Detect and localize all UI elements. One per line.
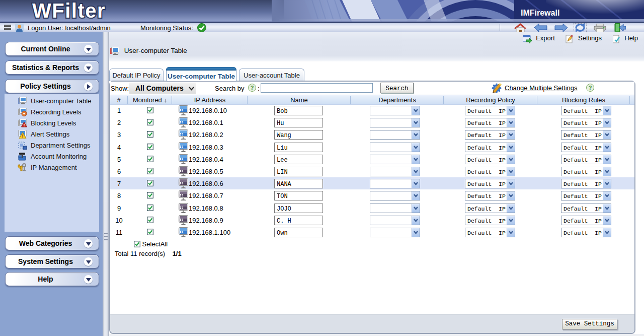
svg-text:!: ! — [22, 133, 24, 139]
svg-text:IMFirewall: IMFirewall — [521, 9, 559, 17]
svg-text:?: ? — [251, 85, 254, 91]
svg-text:WFilter: WFilter — [32, 0, 106, 22]
svg-text:!: ! — [24, 123, 25, 127]
svg-text:?: ? — [589, 85, 592, 91]
